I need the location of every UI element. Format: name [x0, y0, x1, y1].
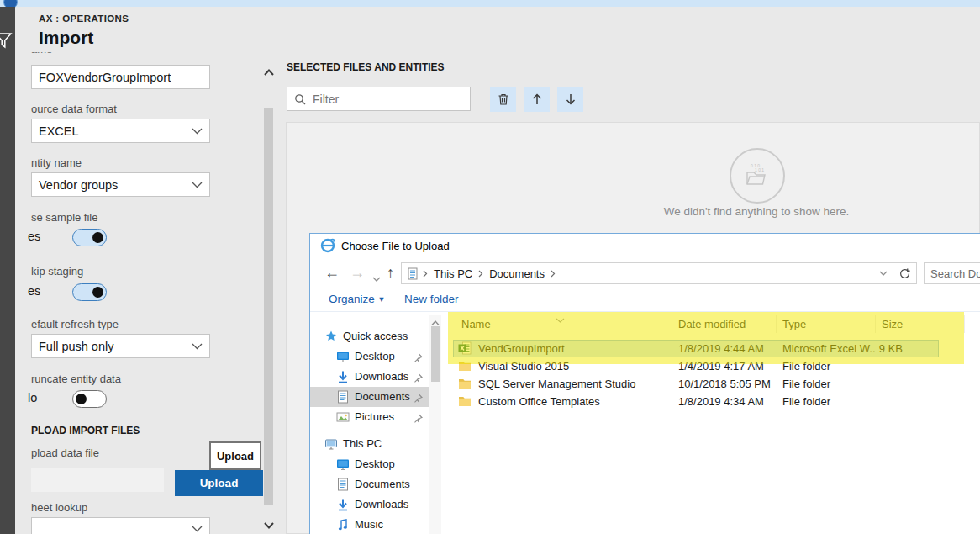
chevron-down-icon — [192, 128, 203, 135]
use-sample-file-toggle[interactable] — [72, 229, 107, 246]
column-header-type[interactable]: Type — [782, 318, 806, 330]
page-title: Import — [39, 28, 93, 48]
entity-name-label: ntity name — [31, 156, 82, 169]
upload-data-file-label: pload data file — [31, 447, 99, 459]
pin-icon — [414, 391, 423, 406]
tree-item-this-pc[interactable]: This PC — [310, 434, 429, 454]
sort-chevron-icon[interactable] — [556, 311, 565, 326]
truncate-toggle[interactable] — [72, 390, 107, 408]
tree-item-desktop[interactable]: Desktop — [310, 346, 429, 367]
empty-state-icon: 0 1 0 1 0 1 — [730, 148, 785, 204]
upload-section-title: PLOAD IMPORT FILES — [31, 425, 140, 436]
arrow-down-icon — [564, 93, 577, 106]
tree-item-downloads[interactable]: Downloads — [310, 494, 429, 515]
upload-button[interactable]: Upload — [175, 470, 263, 496]
browser-top-edge — [0, 0, 980, 7]
trash-icon — [497, 93, 510, 106]
file-row[interactable]: SQL Server Management Studio 10/1/2018 5… — [441, 375, 946, 393]
column-header-date-modified[interactable]: Date modified — [678, 318, 746, 330]
tree-item-quick-access[interactable]: Quick access — [310, 326, 429, 346]
pin-icon — [414, 371, 423, 386]
music-icon — [336, 518, 350, 531]
pin-icon — [414, 351, 423, 366]
suite-label: AX : OPERATIONS — [39, 13, 129, 24]
left-rail — [0, 7, 15, 534]
selected-files-title: SELECTED FILES AND ENTITIES — [287, 61, 445, 73]
source-format-label: ource data format — [31, 103, 117, 115]
refresh-type-label: efault refresh type — [31, 318, 119, 330]
pin-icon — [414, 411, 423, 426]
chevron-down-icon — [192, 343, 203, 350]
sheet-lookup-select[interactable] — [31, 517, 210, 534]
scroll-down-button[interactable] — [262, 519, 276, 532]
column-header-name[interactable]: Name — [461, 318, 491, 330]
source-format-select[interactable]: EXCEL — [31, 119, 210, 143]
folder-icon — [458, 359, 472, 373]
breadcrumb-chevron-icon — [476, 270, 486, 278]
downloads-icon — [336, 498, 350, 511]
screen: AX : OPERATIONS Import ame ource data fo… — [0, 0, 980, 534]
desktop-icon — [336, 457, 350, 471]
address-bar[interactable]: This PC Documents — [401, 262, 917, 284]
skip-staging-value: es — [28, 284, 40, 298]
tree-scrollbar-thumb[interactable] — [431, 326, 440, 382]
this-pc-icon — [324, 437, 338, 451]
column-header-size[interactable]: Size — [882, 318, 903, 330]
breadcrumb-documents[interactable]: Documents — [486, 267, 548, 280]
refresh-type-select[interactable]: Full push only — [31, 334, 210, 358]
tree-item-documents[interactable]: Documents — [310, 387, 429, 407]
upload-file-field[interactable] — [31, 468, 164, 492]
search-icon — [287, 93, 311, 105]
breadcrumb-this-pc[interactable]: This PC — [430, 267, 476, 280]
tree-item-desktop[interactable]: Desktop — [310, 454, 429, 474]
folder-icon — [458, 377, 472, 390]
filter-funnel-icon[interactable] — [0, 32, 13, 54]
folder-icon — [458, 394, 472, 408]
downloads-icon — [336, 370, 350, 383]
desktop-icon — [336, 350, 350, 363]
refresh-icon[interactable] — [893, 268, 916, 279]
filter-field[interactable] — [287, 87, 471, 111]
chevron-down-icon — [192, 182, 203, 188]
truncate-value: lo — [28, 391, 37, 404]
svg-text:1 0 1: 1 0 1 — [755, 167, 764, 172]
file-row[interactable]: VendGroupImport 1/8/2019 4:44 AM Microso… — [441, 340, 946, 357]
skip-staging-toggle[interactable] — [72, 283, 107, 301]
file-row[interactable]: Custom Office Templates 1/8/2019 4:34 AM… — [441, 393, 946, 410]
arrow-up-icon — [530, 93, 544, 106]
choose-file-dialog: Choose File to Upload ← → ↑ This PC Docu… — [309, 233, 980, 534]
dialog-tree: Quick access Desktop Downloads Documents… — [310, 234, 429, 534]
name-input[interactable] — [31, 65, 210, 89]
empty-state-message: We didn't find anything to show here. — [646, 205, 867, 218]
entity-name-select[interactable]: Vendor groups — [31, 172, 210, 197]
name-label: ame — [31, 52, 132, 57]
move-down-button[interactable] — [557, 87, 583, 112]
use-sample-file-label: se sample file — [31, 211, 97, 224]
tree-item-documents[interactable]: Documents — [310, 474, 429, 494]
chevron-down-icon — [192, 526, 203, 532]
breadcrumb-chevron-icon — [548, 270, 558, 278]
tree-item-pictures[interactable]: Pictures — [310, 407, 429, 427]
upload-tooltip: Upload — [209, 441, 261, 470]
scrollbar-thumb[interactable] — [264, 108, 273, 505]
sheet-lookup-label: heet lookup — [31, 501, 87, 514]
delete-button[interactable] — [490, 87, 516, 112]
quick-access-icon — [324, 330, 338, 343]
scroll-up-button[interactable] — [262, 66, 276, 79]
address-dropdown-chevron-icon[interactable] — [874, 271, 893, 277]
tree-item-music[interactable]: Music — [310, 515, 429, 534]
search-documents-input[interactable]: Search Doc — [924, 262, 980, 284]
excel-file-icon — [458, 341, 472, 355]
documents-icon — [336, 478, 350, 491]
use-sample-file-value: es — [28, 230, 40, 243]
filter-input[interactable] — [311, 92, 470, 107]
documents-icon — [336, 390, 350, 404]
pictures-icon — [336, 410, 350, 424]
file-row[interactable]: Visual Studio 2015 1/4/2019 4:17 AM File… — [441, 357, 946, 375]
tree-item-downloads[interactable]: Downloads — [310, 367, 429, 387]
skip-staging-label: kip staging — [31, 265, 83, 278]
truncate-label: runcate entity data — [31, 373, 121, 385]
move-up-button[interactable] — [524, 87, 550, 112]
